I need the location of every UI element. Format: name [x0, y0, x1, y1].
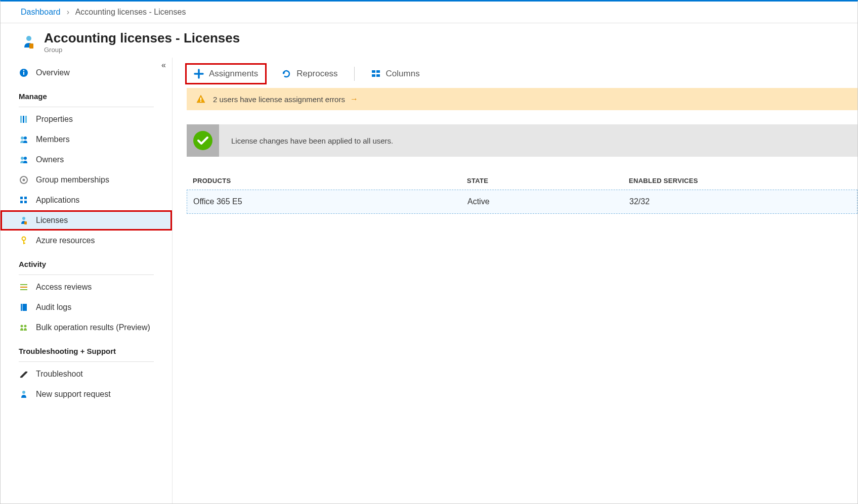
- group-icon: [21, 34, 37, 50]
- column-header-state[interactable]: STATE: [467, 177, 629, 185]
- page-title: Accounting licenses - Licenses: [44, 30, 240, 46]
- page-header: Accounting licenses - Licenses Group: [1, 23, 857, 58]
- sidebar-item-label: Overview: [36, 68, 70, 77]
- svg-rect-15: [24, 197, 27, 199]
- svg-rect-35: [200, 98, 201, 100]
- plus-icon: [194, 69, 204, 79]
- section-manage: Manage: [1, 83, 172, 105]
- success-banner: License changes have been applied to all…: [187, 124, 857, 157]
- arrow-right-icon: →: [350, 95, 358, 104]
- svg-rect-14: [20, 197, 23, 199]
- section-support: Troubleshooting + Support: [1, 338, 172, 359]
- svg-point-28: [21, 325, 23, 328]
- checkmark-icon: [192, 130, 213, 151]
- svg-rect-7: [25, 116, 27, 123]
- license-icon: [19, 215, 29, 225]
- members-icon: [19, 134, 29, 145]
- sidebar-item-label: Members: [36, 135, 70, 144]
- svg-point-9: [24, 136, 27, 140]
- svg-rect-24: [20, 287, 27, 288]
- sidebar-item-label: Properties: [36, 115, 73, 124]
- sidebar-item-label: Licenses: [36, 216, 68, 225]
- toolbar-label: Reprocess: [296, 69, 337, 79]
- toolbar-label: Assignments: [209, 69, 258, 79]
- column-header-services[interactable]: ENABLED SERVICES: [629, 177, 851, 185]
- svg-rect-16: [20, 201, 23, 203]
- svg-rect-1: [29, 43, 33, 49]
- breadcrumb: Dashboard › Accounting licenses - Licens…: [1, 2, 857, 23]
- sidebar-item-audit-logs[interactable]: Audit logs: [1, 297, 172, 317]
- success-icon-wrap: [187, 124, 219, 157]
- svg-rect-5: [20, 116, 22, 123]
- sidebar-item-members[interactable]: Members: [1, 129, 172, 150]
- svg-rect-27: [22, 304, 23, 311]
- svg-point-0: [26, 36, 31, 41]
- breadcrumb-current: Accounting licenses - Licenses: [75, 8, 186, 16]
- breadcrumb-root[interactable]: Dashboard: [21, 8, 60, 16]
- sidebar-item-group-memberships[interactable]: Group memberships: [1, 170, 172, 190]
- sidebar-item-new-support-request[interactable]: New support request: [1, 384, 172, 404]
- support-icon: [19, 389, 29, 399]
- svg-rect-34: [376, 74, 380, 77]
- svg-point-10: [21, 157, 24, 160]
- reprocess-button[interactable]: Reprocess: [276, 66, 342, 82]
- columns-icon: [371, 69, 381, 79]
- main-content: Assignments Reprocess Columns 2 users ha…: [173, 58, 857, 504]
- assignments-button[interactable]: Assignments: [187, 65, 265, 83]
- list-icon: [19, 282, 29, 292]
- sidebar-item-overview[interactable]: Overview: [1, 63, 172, 83]
- toolbar-label: Columns: [386, 69, 420, 79]
- table-header: PRODUCTS STATE ENABLED SERVICES: [187, 172, 857, 190]
- svg-point-30: [22, 391, 25, 394]
- table-row[interactable]: Office 365 E5 Active 32/32: [187, 190, 857, 214]
- refresh-icon: [281, 69, 291, 79]
- sidebar-item-label: Audit logs: [36, 303, 71, 312]
- svg-rect-33: [372, 74, 375, 77]
- sidebar-item-troubleshoot[interactable]: Troubleshoot: [1, 364, 172, 384]
- toolbar-separator: [354, 67, 355, 81]
- cell-state: Active: [467, 197, 629, 206]
- svg-rect-19: [24, 221, 27, 224]
- sidebar-item-access-reviews[interactable]: Access reviews: [1, 277, 172, 297]
- svg-rect-17: [24, 201, 27, 203]
- svg-point-37: [193, 131, 212, 150]
- collapse-sidebar-icon[interactable]: «: [161, 61, 166, 70]
- sidebar-item-applications[interactable]: Applications: [1, 190, 172, 210]
- svg-point-29: [24, 325, 27, 328]
- svg-rect-22: [23, 243, 25, 244]
- column-header-products[interactable]: PRODUCTS: [193, 177, 467, 185]
- sidebar-item-label: Troubleshoot: [36, 370, 83, 379]
- sidebar-item-label: Access reviews: [36, 283, 92, 292]
- columns-button[interactable]: Columns: [366, 66, 425, 82]
- sidebar-item-azure-resources[interactable]: Azure resources: [1, 231, 172, 251]
- toolbar: Assignments Reprocess Columns: [187, 58, 857, 88]
- sidebar-item-properties[interactable]: Properties: [1, 109, 172, 129]
- licenses-table: PRODUCTS STATE ENABLED SERVICES Office 3…: [187, 172, 857, 214]
- info-icon: [19, 68, 29, 78]
- sidebar-item-label: New support request: [36, 390, 111, 399]
- warning-banner[interactable]: 2 users have license assignment errors →: [187, 88, 857, 110]
- sidebar: « Overview Manage Properties Members: [1, 58, 173, 504]
- svg-point-18: [22, 217, 25, 220]
- success-text: License changes have been applied to all…: [219, 136, 393, 145]
- owners-icon: [19, 155, 29, 165]
- sidebar-item-label: Owners: [36, 155, 64, 164]
- svg-point-13: [23, 179, 25, 181]
- properties-icon: [19, 114, 29, 124]
- sidebar-item-licenses[interactable]: Licenses: [1, 210, 172, 231]
- gear-icon: [19, 175, 29, 185]
- section-activity: Activity: [1, 251, 172, 272]
- sidebar-item-label: Azure resources: [36, 236, 95, 245]
- wrench-icon: [19, 369, 29, 379]
- svg-rect-31: [372, 70, 375, 73]
- svg-point-20: [22, 237, 26, 241]
- svg-point-8: [21, 136, 24, 140]
- sidebar-item-bulk-operations[interactable]: Bulk operation results (Preview): [1, 317, 172, 338]
- warning-icon: [196, 94, 206, 104]
- svg-point-36: [200, 101, 201, 102]
- key-icon: [19, 236, 29, 246]
- sidebar-item-owners[interactable]: Owners: [1, 150, 172, 170]
- sidebar-item-label: Applications: [36, 196, 79, 205]
- breadcrumb-separator: ›: [67, 8, 69, 16]
- warning-text: 2 users have license assignment errors: [213, 95, 345, 104]
